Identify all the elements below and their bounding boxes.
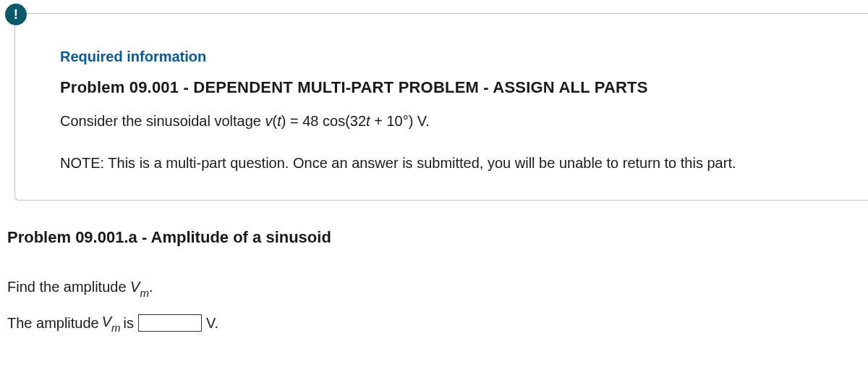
required-info-label: Required information bbox=[60, 49, 868, 65]
desc-prefix: Consider the sinusoidal voltage bbox=[60, 113, 265, 129]
sub-problem-title: Problem 09.001.a - Amplitude of a sinuso… bbox=[7, 228, 868, 247]
amplitude-input[interactable] bbox=[138, 314, 202, 332]
problem-title: Problem 09.001 - DEPENDENT MULTI-PART PR… bbox=[60, 78, 868, 97]
a-var-v: V bbox=[102, 314, 111, 329]
desc-suffix: + 10°) V. bbox=[370, 113, 430, 129]
a-var-m: m bbox=[111, 322, 121, 332]
a-var: Vm bbox=[102, 314, 121, 332]
a-is: is bbox=[124, 315, 134, 332]
desc-var-v: v bbox=[265, 113, 273, 129]
a-unit: V. bbox=[206, 315, 218, 332]
question-section: Find the amplitude Vm. The amplitude Vm … bbox=[7, 279, 868, 332]
alert-icon-glyph: ! bbox=[14, 7, 18, 22]
q-var-m: m bbox=[140, 287, 149, 299]
desc-eq: = 48 cos(32 bbox=[286, 113, 366, 129]
required-information-box: ! Required information Problem 09.001 - … bbox=[14, 13, 868, 201]
note-text: NOTE: This is a multi-part question. Onc… bbox=[60, 152, 868, 174]
q-var-v: V bbox=[130, 279, 140, 295]
q-suffix: . bbox=[149, 279, 153, 295]
question-text: Find the amplitude Vm. bbox=[7, 279, 868, 298]
answer-line: The amplitude Vm is V. bbox=[7, 314, 868, 332]
a-prefix: The amplitude bbox=[7, 315, 99, 332]
q-prefix: Find the amplitude bbox=[7, 279, 130, 295]
alert-icon: ! bbox=[5, 4, 27, 25]
problem-description: Consider the sinusoidal voltage v(t) = 4… bbox=[60, 110, 868, 132]
